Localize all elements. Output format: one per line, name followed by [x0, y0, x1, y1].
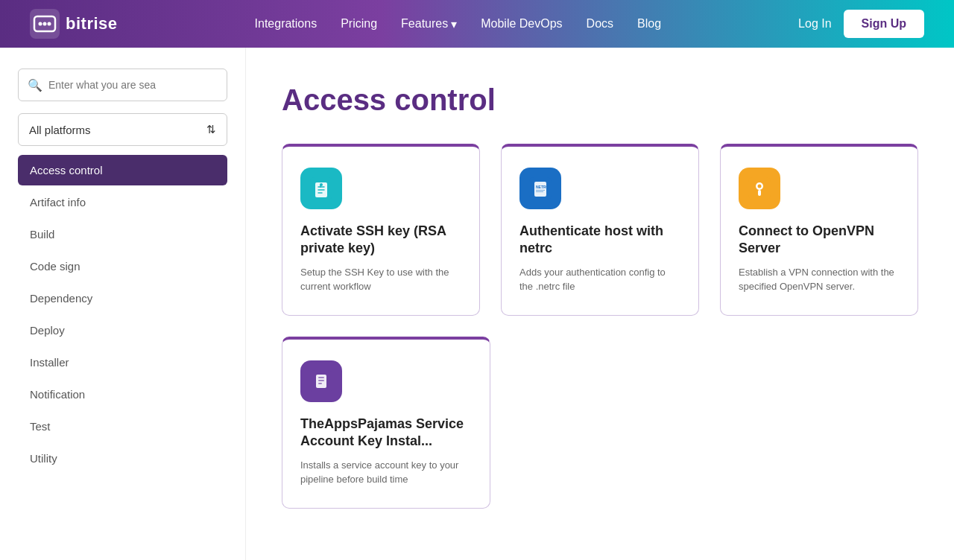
header-actions: Log In Sign Up [798, 10, 924, 38]
page-layout: 🔍 All platforms ⇅ Access control Artifac… [0, 48, 954, 560]
site-header: bitrise Integrations Pricing Features ▾ … [0, 0, 954, 48]
page-title: Access control [282, 83, 918, 117]
main-content: Access control Activate SSH key (RSA pri… [246, 48, 954, 560]
sidebar-nav: Access control Artifact info Build Code … [18, 155, 227, 474]
cards-row2: TheAppsPajamas Service Account Key Insta… [282, 337, 918, 509]
main-nav: Integrations Pricing Features ▾ Mobile D… [255, 17, 662, 31]
ssh-key-icon [300, 168, 342, 209]
sidebar-item-notification[interactable]: Notification [18, 379, 227, 410]
service-account-title: TheAppsPajamas Service Account Key Insta… [300, 416, 472, 451]
svg-rect-19 [318, 377, 324, 378]
card-netrc[interactable]: NETRC Authenticate host with netrc Adds … [501, 144, 699, 316]
sidebar: 🔍 All platforms ⇅ Access control Artifac… [0, 48, 246, 560]
sidebar-item-access-control[interactable]: Access control [18, 155, 227, 185]
svg-point-3 [43, 22, 47, 26]
svg-point-4 [48, 22, 51, 26]
sidebar-item-test[interactable]: Test [18, 411, 227, 442]
openvpn-desc: Establish a VPN connection with the spec… [739, 265, 900, 294]
netrc-title: Authenticate host with netrc [519, 223, 680, 258]
nav-blog[interactable]: Blog [637, 17, 661, 31]
service-account-icon [300, 360, 342, 402]
search-box[interactable]: 🔍 [18, 69, 227, 101]
card-service-account[interactable]: TheAppsPajamas Service Account Key Insta… [282, 337, 490, 509]
sidebar-item-installer[interactable]: Installer [18, 347, 227, 378]
svg-text:NETRC: NETRC [536, 185, 549, 189]
search-icon: 🔍 [28, 78, 42, 92]
sidebar-item-build[interactable]: Build [18, 219, 227, 249]
nav-features[interactable]: Features ▾ [401, 17, 457, 31]
sidebar-item-utility[interactable]: Utility [18, 443, 227, 474]
nav-pricing[interactable]: Pricing [341, 17, 377, 31]
card-openvpn[interactable]: Connect to OpenVPN Server Establish a VP… [720, 144, 918, 316]
svg-point-2 [39, 22, 42, 26]
ssh-key-desc: Setup the SSH Key to use with the curren… [300, 265, 461, 294]
sidebar-item-code-sign[interactable]: Code sign [18, 251, 227, 281]
svg-rect-21 [318, 383, 322, 384]
openvpn-title: Connect to OpenVPN Server [739, 223, 900, 258]
bitrise-logo-icon [30, 9, 60, 39]
search-input[interactable] [48, 79, 218, 91]
card-ssh-key[interactable]: Activate SSH key (RSA private key) Setup… [282, 144, 480, 316]
netrc-icon: NETRC [519, 168, 561, 209]
login-button[interactable]: Log In [798, 17, 831, 31]
logo-area: bitrise [30, 9, 118, 39]
netrc-desc: Adds your authentication config to the .… [519, 265, 680, 294]
platform-select[interactable]: All platforms ⇅ [18, 113, 227, 146]
svg-rect-20 [318, 380, 324, 381]
features-chevron-icon: ▾ [451, 17, 457, 31]
svg-rect-9 [534, 182, 546, 197]
nav-integrations[interactable]: Integrations [255, 17, 318, 31]
platform-chevron-icon: ⇅ [206, 123, 216, 136]
sidebar-item-dependency[interactable]: Dependency [18, 283, 227, 314]
cards-row1: Activate SSH key (RSA private key) Setup… [282, 144, 918, 316]
nav-docs[interactable]: Docs [587, 17, 613, 31]
svg-rect-16 [758, 190, 761, 196]
svg-rect-12 [536, 191, 543, 192]
logo-text: bitrise [66, 14, 118, 34]
svg-point-15 [758, 185, 762, 188]
signup-button[interactable]: Sign Up [844, 10, 924, 38]
ssh-key-title: Activate SSH key (RSA private key) [300, 223, 461, 258]
platform-select-label: All platforms [29, 124, 91, 136]
service-account-desc: Installs a service account key to your p… [300, 458, 472, 487]
nav-mobile-devops[interactable]: Mobile DevOps [481, 17, 562, 31]
sidebar-item-deploy[interactable]: Deploy [18, 315, 227, 346]
sidebar-item-artifact-info[interactable]: Artifact info [18, 187, 227, 217]
svg-rect-11 [536, 190, 545, 191]
openvpn-icon [739, 168, 780, 209]
